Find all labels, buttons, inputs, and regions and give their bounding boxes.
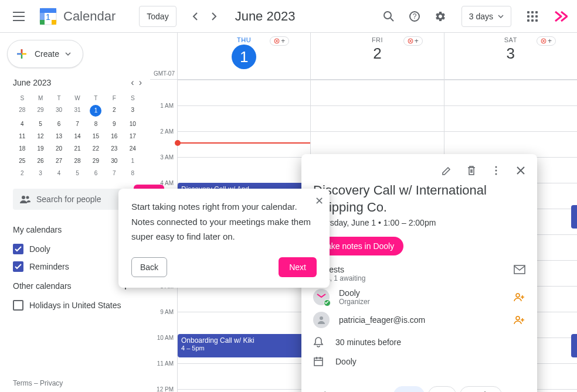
next-period-button[interactable] [205, 7, 223, 26]
day-header[interactable]: THU1+ [177, 33, 310, 79]
mini-day[interactable]: 21 [68, 142, 86, 155]
create-button[interactable]: Create [7, 40, 83, 68]
delete-icon[interactable] [460, 159, 483, 182]
calendar-event[interactable] [571, 334, 577, 357]
settings-icon[interactable] [429, 5, 452, 28]
mini-day[interactable]: 7 [68, 118, 86, 130]
mini-next-button[interactable]: › [139, 77, 142, 88]
mini-day[interactable]: 5 [31, 118, 49, 130]
day-add-chip[interactable]: + [403, 36, 423, 46]
mini-day[interactable]: 28 [68, 155, 86, 167]
tooltip-text: Start taking notes right from your calen… [131, 199, 317, 244]
svg-point-15 [495, 170, 497, 172]
google-apps-icon[interactable] [521, 5, 544, 28]
help-icon[interactable]: ? [403, 5, 426, 28]
mini-day[interactable]: 20 [50, 142, 68, 155]
mini-day[interactable]: 1 [124, 155, 142, 167]
day-add-chip[interactable]: + [270, 36, 289, 46]
edit-icon[interactable] [435, 159, 459, 182]
mini-prev-button[interactable]: ‹ [131, 77, 134, 88]
mini-day[interactable]: 9 [105, 118, 123, 130]
search-icon[interactable] [377, 5, 400, 28]
mini-day[interactable]: 2 [105, 104, 123, 118]
calendar-checkbox[interactable] [13, 261, 23, 272]
tooltip-next-button[interactable]: Next [279, 257, 317, 277]
mini-day[interactable]: 29 [87, 155, 105, 167]
mini-day[interactable]: 2 [13, 167, 31, 179]
prev-period-button[interactable] [186, 7, 205, 26]
mini-day[interactable]: 6 [50, 118, 68, 130]
tooltip-close-icon[interactable]: ✕ [315, 195, 324, 207]
mini-day[interactable]: 4 [13, 118, 31, 130]
mini-day[interactable]: 30 [105, 155, 123, 167]
privacy-link[interactable]: Privacy [40, 379, 63, 387]
mini-day[interactable]: 6 [87, 167, 105, 179]
calendar-event[interactable]: Onboarding Call w/ Kiki4 – 5pm [178, 334, 307, 357]
mini-dow: T [87, 93, 105, 104]
day-header[interactable]: FRI2+ [310, 33, 443, 79]
mini-day[interactable]: 11 [13, 130, 31, 142]
mini-dow: F [105, 93, 123, 104]
header-date: June 2023 [235, 9, 296, 24]
mini-day[interactable]: 8 [124, 167, 142, 179]
rsvp-more-button[interactable] [507, 386, 525, 392]
mini-day[interactable]: 4 [50, 167, 68, 179]
add-guest-icon[interactable] [514, 292, 525, 302]
mini-day[interactable]: 8 [87, 118, 105, 130]
mini-day[interactable]: 24 [124, 142, 142, 155]
mini-day[interactable]: 14 [68, 130, 86, 142]
calendar-event[interactable] [571, 205, 577, 229]
mini-day[interactable]: 28 [13, 104, 31, 118]
view-switcher[interactable]: 3 days [461, 6, 511, 27]
mini-day[interactable]: 26 [31, 155, 49, 167]
rsvp-maybe-button[interactable]: Maybe [460, 386, 502, 392]
calendar-checkbox[interactable] [13, 244, 23, 254]
timezone-label: GMT-07 [150, 33, 177, 79]
mini-day[interactable]: 23 [105, 142, 123, 155]
calendar-item[interactable]: Holidays in United States [13, 296, 142, 314]
svg-text:1: 1 [46, 12, 50, 22]
day-header[interactable]: SAT3+ [444, 33, 577, 79]
terms-link[interactable]: Terms [13, 379, 32, 387]
more-options-icon[interactable] [484, 159, 508, 182]
today-button[interactable]: Today [139, 6, 176, 27]
mini-day[interactable]: 29 [31, 104, 49, 118]
email-guests-icon[interactable] [514, 265, 525, 274]
svg-text:?: ? [412, 12, 416, 21]
calendar-checkbox[interactable] [13, 300, 23, 311]
rsvp-no-button[interactable]: No [428, 386, 456, 392]
mini-day[interactable]: 16 [105, 130, 123, 142]
mini-day[interactable]: 10 [124, 118, 142, 130]
time-label: 2 AM [160, 128, 174, 135]
mini-day[interactable]: 18 [13, 142, 31, 155]
mini-day[interactable]: 27 [50, 155, 68, 167]
mini-day[interactable]: 5 [68, 167, 86, 179]
rsvp-yes-button[interactable]: Yes [393, 386, 425, 392]
close-icon[interactable] [509, 159, 532, 182]
day-add-chip[interactable]: + [537, 36, 556, 46]
svg-point-20 [516, 316, 520, 320]
time-label: 3 AM [160, 154, 174, 161]
mini-day[interactable]: 31 [68, 104, 86, 118]
mini-day[interactable]: 15 [87, 130, 105, 142]
main-menu-button[interactable] [5, 2, 33, 30]
mini-day[interactable]: 12 [31, 130, 49, 142]
mini-day[interactable]: 3 [31, 167, 49, 179]
mini-day[interactable]: 22 [87, 142, 105, 155]
add-guest-icon[interactable] [514, 315, 525, 325]
mini-day[interactable]: 7 [105, 167, 123, 179]
mini-day[interactable]: 1 [90, 105, 101, 117]
tooltip-back-button[interactable]: Back [131, 257, 167, 277]
logo[interactable]: 1 Calendar [33, 6, 116, 27]
mini-day[interactable]: 17 [124, 130, 142, 142]
extension-icon[interactable] [554, 9, 568, 23]
mini-day[interactable]: 30 [50, 104, 68, 118]
mini-day[interactable]: 25 [13, 155, 31, 167]
mini-day[interactable]: 3 [124, 104, 142, 118]
mini-day[interactable]: 19 [31, 142, 49, 155]
chevron-down-icon [498, 15, 504, 18]
mini-day[interactable]: 13 [50, 130, 68, 142]
event-subtitle: Thursday, June 1 • 1:00 – 2:00pm [313, 218, 525, 227]
day-number: 3 [507, 45, 515, 63]
footer-links: Terms – Privacy [13, 379, 63, 387]
